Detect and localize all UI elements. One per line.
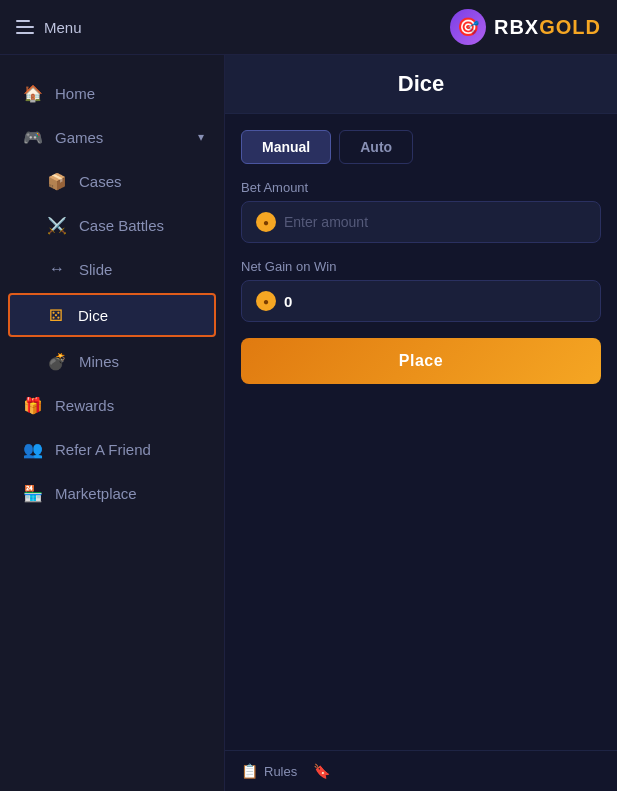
sidebar-item-mines-label: Mines <box>79 353 119 370</box>
bet-amount-input-group: ● <box>241 201 601 243</box>
auto-tab[interactable]: Auto <box>339 130 413 164</box>
sidebar-item-marketplace-label: Marketplace <box>55 485 137 502</box>
place-bet-button[interactable]: Place <box>241 338 601 384</box>
logo-text: RBXGOLD <box>494 16 601 39</box>
app-header: Menu 🎯 RBXGOLD <box>0 0 617 55</box>
hamburger-icon <box>16 20 34 34</box>
sidebar-item-mines[interactable]: 💣 Mines <box>0 339 224 383</box>
sidebar-item-cases[interactable]: 📦 Cases <box>0 159 224 203</box>
sidebar-item-marketplace[interactable]: 🏪 Marketplace <box>0 471 224 515</box>
dice-icon: ⚄ <box>46 305 66 325</box>
menu-button[interactable]: Menu <box>16 19 82 36</box>
main-layout: 🏠 Home 🎮 Games ▾ 📦 Cases ⚔️ Case Battles… <box>0 55 617 791</box>
dice-panel: Dice Manual Auto Bet Amount ● Net Gain o… <box>225 55 617 791</box>
info-link[interactable]: 🔖 <box>313 763 330 779</box>
info-icon: 🔖 <box>313 763 330 779</box>
sidebar-item-slide-label: Slide <box>79 261 112 278</box>
net-gain-label: Net Gain on Win <box>241 259 601 274</box>
chevron-down-icon: ▾ <box>198 130 204 144</box>
dice-title: Dice <box>245 71 597 97</box>
bet-amount-field: Bet Amount ● <box>241 180 601 243</box>
sidebar-item-games-label: Games <box>55 129 103 146</box>
bet-amount-input[interactable] <box>284 214 586 230</box>
bet-mode-tabs: Manual Auto <box>241 130 601 164</box>
rewards-icon: 🎁 <box>23 395 43 415</box>
rules-link[interactable]: 📋 Rules <box>241 763 297 779</box>
sidebar-item-home[interactable]: 🏠 Home <box>0 71 224 115</box>
menu-label: Menu <box>44 19 82 36</box>
sidebar-item-games[interactable]: 🎮 Games ▾ <box>0 115 224 159</box>
marketplace-icon: 🏪 <box>23 483 43 503</box>
sidebar-item-dice-label: Dice <box>78 307 108 324</box>
refer-icon: 👥 <box>23 439 43 459</box>
net-gain-display: ● 0 <box>241 280 601 322</box>
sidebar-item-refer[interactable]: 👥 Refer A Friend <box>0 427 224 471</box>
net-gain-field: Net Gain on Win ● 0 <box>241 259 601 322</box>
rules-label: Rules <box>264 764 297 779</box>
dice-header: Dice <box>225 55 617 114</box>
rules-icon: 📋 <box>241 763 258 779</box>
slide-icon: ↔ <box>47 259 67 279</box>
coin-icon: ● <box>256 212 276 232</box>
manual-tab[interactable]: Manual <box>241 130 331 164</box>
logo-gold: GOLD <box>539 16 601 38</box>
sidebar-item-case-battles[interactable]: ⚔️ Case Battles <box>0 203 224 247</box>
coin-icon-gain: ● <box>256 291 276 311</box>
bet-amount-label: Bet Amount <box>241 180 601 195</box>
sidebar-item-case-battles-label: Case Battles <box>79 217 164 234</box>
logo-rbx: RBX <box>494 16 539 38</box>
home-icon: 🏠 <box>23 83 43 103</box>
sidebar-item-slide[interactable]: ↔ Slide <box>0 247 224 291</box>
sidebar: 🏠 Home 🎮 Games ▾ 📦 Cases ⚔️ Case Battles… <box>0 55 225 791</box>
games-left: 🎮 Games <box>23 127 103 147</box>
logo-icon: 🎯 <box>450 9 486 45</box>
dice-controls: Manual Auto Bet Amount ● Net Gain on Win… <box>225 114 617 400</box>
sidebar-item-refer-label: Refer A Friend <box>55 441 151 458</box>
sidebar-item-dice[interactable]: ⚄ Dice <box>8 293 216 337</box>
mines-icon: 💣 <box>47 351 67 371</box>
net-gain-value: 0 <box>284 293 292 310</box>
case-battles-icon: ⚔️ <box>47 215 67 235</box>
sidebar-item-rewards[interactable]: 🎁 Rewards <box>0 383 224 427</box>
sidebar-item-rewards-label: Rewards <box>55 397 114 414</box>
sidebar-item-home-label: Home <box>55 85 95 102</box>
logo: 🎯 RBXGOLD <box>450 9 601 45</box>
dice-spacer <box>225 400 617 750</box>
cases-icon: 📦 <box>47 171 67 191</box>
content-area: Dice Manual Auto Bet Amount ● Net Gain o… <box>225 55 617 791</box>
games-icon: 🎮 <box>23 127 43 147</box>
dice-footer: 📋 Rules 🔖 <box>225 750 617 791</box>
sidebar-item-cases-label: Cases <box>79 173 122 190</box>
